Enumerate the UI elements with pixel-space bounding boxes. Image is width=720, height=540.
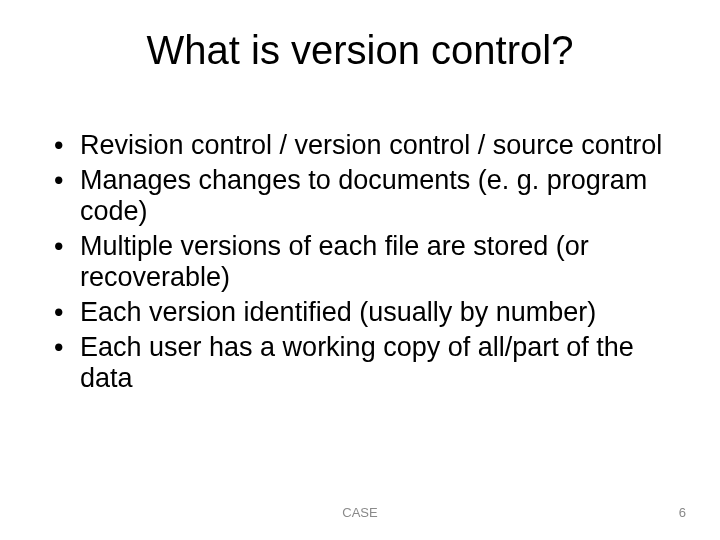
list-item: Manages changes to documents (e. g. prog… [52,165,668,227]
list-item: Each version identified (usually by numb… [52,297,668,328]
slide-body: Revision control / version control / sou… [52,130,668,398]
list-item: Multiple versions of each file are store… [52,231,668,293]
list-item: Revision control / version control / sou… [52,130,668,161]
list-item: Each user has a working copy of all/part… [52,332,668,394]
slide: What is version control? Revision contro… [0,0,720,540]
slide-title: What is version control? [0,28,720,73]
page-number: 6 [679,505,686,520]
footer-label: CASE [0,505,720,520]
bullet-list: Revision control / version control / sou… [52,130,668,394]
